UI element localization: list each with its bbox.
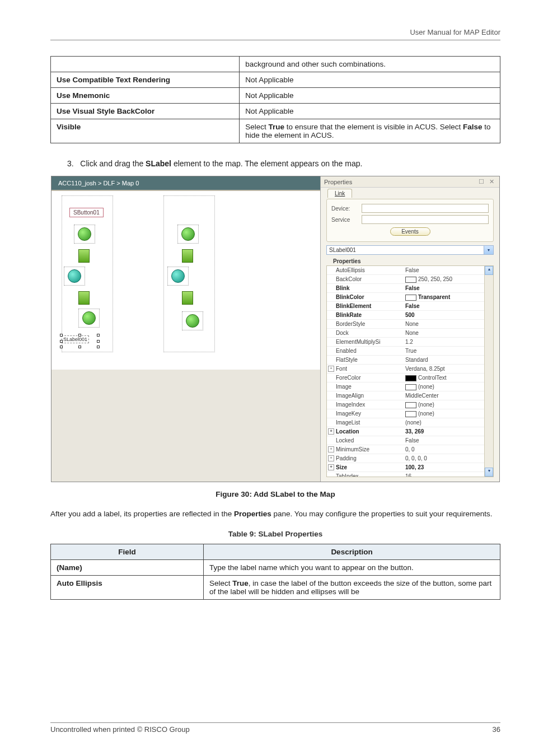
property-row[interactable]: ForeColorControlText: [327, 374, 485, 382]
t1r1-field: Use Compatible Text Rendering: [51, 72, 240, 88]
property-grid[interactable]: AutoEllipsisFalseBackColor250, 250, 250B…: [326, 265, 494, 477]
property-row[interactable]: BlinkRate500: [327, 311, 485, 320]
property-row[interactable]: +MinimumSize0, 0: [327, 445, 485, 454]
color-swatch: [405, 384, 416, 390]
device-label: Device:: [331, 206, 358, 212]
canvas-icon[interactable]: [177, 289, 198, 307]
scrollbar[interactable]: ▴ ▾: [484, 266, 493, 477]
property-row[interactable]: BorderStyleNone: [327, 320, 485, 329]
after-figure-text: After you add a label, its properties ar…: [50, 508, 500, 520]
canvas-icon[interactable]: [74, 247, 94, 265]
property-row[interactable]: DockNone: [327, 329, 485, 338]
map-tab[interactable]: ACC110_josh > DLF > Map 0: [51, 176, 320, 190]
color-swatch: [405, 277, 416, 283]
sbutton01[interactable]: SButton01: [69, 208, 104, 217]
scroll-down-icon[interactable]: ▾: [485, 468, 493, 477]
canvas-icon[interactable]: [182, 311, 203, 330]
property-row[interactable]: ImageKey(none): [327, 409, 485, 418]
t9r1-desc: Select True, in case the label of the bu…: [204, 575, 500, 599]
map-canvas[interactable]: SButton01 SLabel001: [51, 190, 320, 370]
figure-30: ACC110_josh > DLF > Map 0 SButton01: [51, 176, 500, 482]
property-row[interactable]: +FontVerdana, 8.25pt: [327, 365, 485, 374]
property-row[interactable]: Image(none): [327, 382, 485, 391]
page-header: User Manual for MAP Editor: [50, 28, 500, 40]
table-continued: background and other such combinations. …: [50, 56, 500, 143]
property-row[interactable]: ElementMultiplySi1.2: [327, 338, 485, 347]
t9r0-desc: Type the label name which you want to ap…: [204, 559, 500, 575]
chevron-down-icon[interactable]: ▾: [484, 245, 494, 255]
property-row[interactable]: BlinkElementFalse: [327, 302, 485, 311]
table9-head-desc: Description: [204, 544, 500, 559]
footer-left: Uncontrolled when printed © RISCO Group: [50, 725, 190, 734]
service-label: Service: [331, 217, 358, 223]
expand-icon[interactable]: +: [328, 455, 334, 461]
figure-caption: Figure 30: Add SLabel to the Map: [50, 490, 500, 498]
service-field[interactable]: [362, 215, 489, 224]
canvas-icon[interactable]: [74, 289, 94, 307]
t1r2-desc: Not Applicable: [240, 88, 500, 104]
table9-head-field: Field: [51, 544, 204, 559]
property-row[interactable]: +Location33, 269: [327, 427, 485, 436]
property-row[interactable]: BlinkFalse: [327, 284, 485, 293]
property-row[interactable]: ImageIndex(none): [327, 400, 485, 409]
expand-icon[interactable]: +: [328, 464, 334, 470]
property-row[interactable]: BlinkColorTransparent: [327, 293, 485, 302]
expand-icon[interactable]: +: [328, 446, 334, 452]
step-3: 3. Click and drag the SLabel element to …: [67, 159, 500, 168]
object-selector[interactable]: SLabel001: [326, 245, 484, 255]
t1r3-desc: Not Applicable: [240, 104, 500, 119]
scroll-up-icon[interactable]: ▴: [485, 266, 493, 275]
table9-caption: Table 9: SLabel Properties: [50, 530, 500, 538]
canvas-icon[interactable]: [167, 267, 189, 286]
property-row[interactable]: LockedFalse: [327, 436, 485, 445]
properties-panel-title: Properties ☐ ✕: [321, 176, 499, 188]
property-row[interactable]: ImageList(none): [327, 418, 485, 427]
expand-icon[interactable]: +: [328, 366, 334, 372]
color-swatch: [405, 402, 416, 408]
t1r2-field: Use Mnemonic: [51, 88, 240, 104]
t1r4-field: Visible: [51, 119, 240, 143]
close-icon[interactable]: ✕: [489, 178, 496, 185]
device-field[interactable]: [362, 204, 489, 213]
canvas-icon[interactable]: [78, 309, 100, 328]
color-swatch: [405, 295, 416, 301]
link-box: Device: Service Events: [326, 199, 494, 242]
properties-subheader: Properties: [333, 258, 494, 264]
footer-page: 36: [493, 725, 500, 734]
t9r0-field: (Name): [51, 559, 204, 575]
color-swatch: [405, 411, 416, 417]
t1r3-field: Use Visual Style BackColor: [51, 104, 240, 119]
canvas-icon[interactable]: [177, 225, 199, 244]
property-row[interactable]: TabIndex16: [327, 472, 485, 477]
property-row[interactable]: +Padding0, 0, 0, 0: [327, 454, 485, 463]
slabel001-element[interactable]: SLabel001: [62, 335, 89, 343]
canvas-icon[interactable]: [74, 225, 95, 244]
property-row[interactable]: ImageAlignMiddleCenter: [327, 391, 485, 400]
pin-icon[interactable]: ☐: [479, 178, 486, 185]
events-button[interactable]: Events: [390, 227, 430, 236]
expand-icon[interactable]: +: [328, 428, 334, 435]
t1r4-desc: Select True to ensure that the element i…: [240, 119, 500, 143]
t1r0-desc: background and other such combinations.: [240, 57, 500, 72]
t1r1-desc: Not Applicable: [240, 72, 500, 88]
link-tab[interactable]: Link: [327, 189, 352, 198]
property-row[interactable]: BackColor250, 250, 250: [327, 275, 485, 284]
canvas-icon[interactable]: [64, 267, 85, 286]
page-footer: Uncontrolled when printed © RISCO Group …: [50, 722, 500, 734]
color-swatch: [405, 375, 416, 381]
t9r1-field: Auto Ellipsis: [51, 575, 204, 599]
property-row[interactable]: EnabledTrue: [327, 347, 485, 356]
canvas-icon[interactable]: [177, 247, 198, 265]
property-row[interactable]: FlatStyleStandard: [327, 356, 485, 365]
property-row[interactable]: +Size100, 23: [327, 463, 485, 472]
table9: Field Description (Name) Type the label …: [50, 544, 500, 600]
property-row[interactable]: AutoEllipsisFalse: [327, 266, 485, 275]
